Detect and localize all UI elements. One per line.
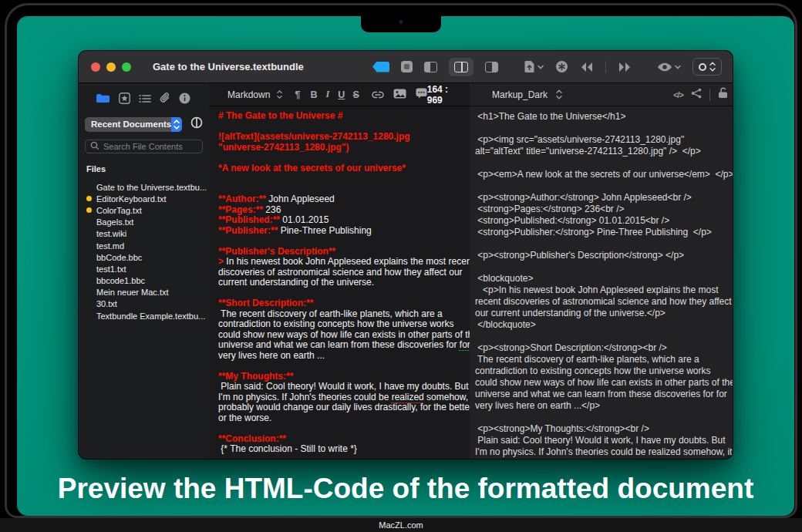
dot-spacer <box>86 254 92 260</box>
editor-line[interactable]: ![altText](assets/universe-2742113_1280.… <box>218 132 465 143</box>
file-item[interactable]: EditorKeyboard.txt <box>79 193 209 204</box>
editor-line[interactable]: Plain said: Cool theory! Would it work, … <box>218 382 465 392</box>
editor-line[interactable]: contradiction to existing concepts how t… <box>218 319 465 330</box>
editor-line[interactable]: could show new ways of how life can exis… <box>218 330 465 341</box>
sidebar-right-icon[interactable] <box>485 62 498 72</box>
editor-line[interactable]: > In his newest book John Appleseed expl… <box>218 257 465 268</box>
asterisk-circle-icon[interactable] <box>555 60 568 73</box>
editor-line[interactable] <box>218 122 465 133</box>
tag-icon[interactable] <box>372 62 389 72</box>
minimize-button[interactable] <box>106 62 116 72</box>
syntax-mode-dropdown[interactable]: Markdown <box>227 89 270 100</box>
preview-code-area[interactable]: <h1>The Gate to the Universe</h1> <p><im… <box>470 106 733 459</box>
preview-line <box>475 331 733 342</box>
editor-line[interactable]: **Short Description:** <box>218 298 465 309</box>
close-button[interactable] <box>91 62 100 72</box>
editor-line[interactable]: *A new look at the secrets of our univer… <box>218 163 465 174</box>
editor-line[interactable] <box>218 184 465 195</box>
editor-line[interactable]: universe and what we can learn from thes… <box>218 340 465 351</box>
editor-line[interactable]: **Author:** John Appleseed <box>218 194 465 205</box>
preview-theme-dropdown[interactable]: Markup_Dark <box>492 89 548 100</box>
file-item[interactable]: 30.txt <box>79 298 209 310</box>
file-item[interactable]: test1.txt <box>79 263 209 274</box>
file-list: Gate to the Universe.textbu...EditorKeyb… <box>79 181 209 322</box>
editor-line[interactable]: **Published:** 01.01.2015 <box>218 215 465 226</box>
editor-line[interactable]: or the worse. <box>218 413 465 424</box>
editor-line[interactable] <box>218 173 465 184</box>
sidebar-left-icon[interactable] <box>424 62 437 72</box>
two-column-view-icon[interactable] <box>449 58 473 76</box>
modified-dot-icon <box>86 207 92 213</box>
editor-line[interactable]: probably would change our daily lives dr… <box>218 402 465 413</box>
editor-text-area[interactable]: # The Gate to the Universe #![altText](a… <box>209 106 470 459</box>
traffic-lights <box>91 62 131 72</box>
macbook-frame: Gate to the Universe.textbundle <box>0 0 802 532</box>
file-item[interactable]: test.md <box>79 240 209 251</box>
file-item[interactable]: Bagels.txt <box>79 217 209 228</box>
editor-line[interactable] <box>218 288 465 299</box>
file-item[interactable]: Gate to the Universe.textbu... <box>79 181 209 193</box>
file-item[interactable]: bbcode1.bbc <box>79 275 209 287</box>
editor-header: Markdown ¶ B I U S <box>209 83 470 106</box>
preview-line: Plain said: Cool theory! Would it work, … <box>475 435 733 446</box>
file-item[interactable]: ColorTag.txt <box>79 204 209 216</box>
dot-spacer <box>86 243 92 248</box>
toolbar <box>372 58 733 76</box>
editor-line[interactable]: **My Thoughts:** <box>218 372 465 382</box>
outline-list-icon[interactable] <box>139 93 151 106</box>
preview-line: <blockquote> <box>475 273 733 285</box>
export-document-icon[interactable] <box>524 60 544 73</box>
comment-icon[interactable] <box>416 88 427 102</box>
editor-line[interactable]: very lives here on earth ... <box>218 351 465 362</box>
editor-line[interactable]: discoveries of astronomical science and … <box>218 268 465 278</box>
dropdown-stepper-icon[interactable] <box>556 89 562 99</box>
file-item[interactable]: test.wiki <box>79 228 209 240</box>
zoom-button[interactable] <box>122 62 131 72</box>
preview-box-icon[interactable] <box>401 61 413 72</box>
editor-line[interactable] <box>218 236 465 247</box>
camera-dot <box>399 20 403 24</box>
share-icon[interactable] <box>691 88 702 102</box>
editor-line[interactable] <box>218 423 465 434</box>
dropdown-stepper-icon[interactable] <box>277 89 282 99</box>
double-arrow-left-icon[interactable] <box>580 62 594 72</box>
editor-line[interactable]: # The Gate to the Universe # <box>218 111 465 122</box>
bold-icon[interactable]: B <box>310 89 317 100</box>
editor-line[interactable]: current understanding of the universe. <box>218 278 465 288</box>
editor-line[interactable] <box>218 361 465 372</box>
editor-line[interactable]: **Publisher's Description** <box>218 247 465 258</box>
file-item[interactable]: bbCode.bbc <box>79 251 209 263</box>
link-icon[interactable] <box>372 88 384 102</box>
file-item[interactable]: Textbundle Example.textbu... <box>79 310 209 322</box>
preview-line: <strong>Published:</strong> 01.01.2015<b… <box>475 215 733 227</box>
code-icon[interactable]: </> <box>673 90 683 99</box>
paragraph-icon[interactable]: ¶ <box>295 89 301 100</box>
strikethrough-icon[interactable]: S <box>352 89 359 100</box>
editor-line[interactable]: **Publisher:** Pine-Three Publishing <box>218 226 465 237</box>
image-icon[interactable] <box>393 88 406 102</box>
file-item[interactable]: Mein neuer Mac.txt <box>79 287 209 298</box>
sidebar-toggle-icon[interactable] <box>190 116 203 132</box>
editor-line[interactable] <box>218 153 465 163</box>
double-arrow-right-icon[interactable] <box>618 62 632 72</box>
editor-line[interactable]: {* The conclusion - Still to write *} <box>218 444 465 455</box>
search-input[interactable]: Search File Contents <box>85 140 203 153</box>
editor-line[interactable]: **Pages:** 236 <box>218 205 465 216</box>
editor-line[interactable]: **Conclusion:** <box>218 434 465 445</box>
counter-stepper[interactable] <box>692 58 722 76</box>
underline-icon[interactable]: U <box>338 89 345 100</box>
info-icon[interactable] <box>179 93 190 107</box>
files-section-header: Files <box>86 164 209 173</box>
markdown-editor-pane: Markdown ¶ B I U S <box>209 83 470 459</box>
attachments-icon[interactable] <box>160 92 170 107</box>
italic-icon[interactable]: I <box>325 89 329 100</box>
recent-documents-dropdown[interactable]: Recent Documents <box>85 117 182 132</box>
editor-line[interactable]: "universe-2742113_1280.jpg") <box>218 143 465 153</box>
lock-icon[interactable] <box>718 87 729 102</box>
editor-line[interactable]: The recent discovery of earth-like plane… <box>218 309 465 320</box>
files-folder-icon[interactable] <box>96 93 110 106</box>
preview-line: could show new ways of how life can exis… <box>475 377 733 389</box>
editor-line[interactable]: I'm no physics. If John's theories could… <box>218 392 465 403</box>
favorites-icon[interactable] <box>119 93 130 107</box>
eye-preview-icon[interactable] <box>657 62 681 72</box>
